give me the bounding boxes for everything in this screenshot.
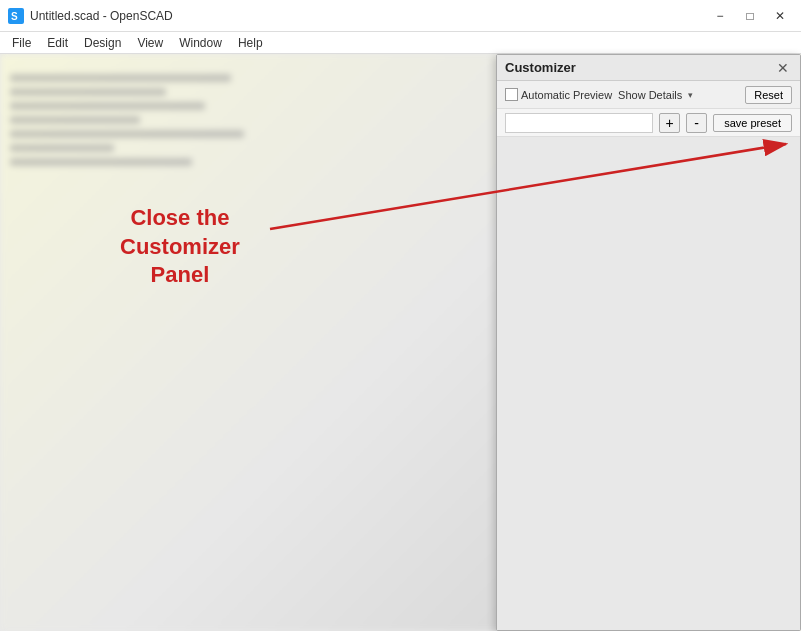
show-details-dropdown-icon[interactable]: ▾ bbox=[688, 90, 693, 100]
editor-line bbox=[10, 88, 166, 96]
preset-input[interactable] bbox=[505, 113, 653, 133]
menu-window[interactable]: Window bbox=[171, 34, 230, 52]
editor-line bbox=[10, 116, 140, 124]
app-icon: S bbox=[8, 8, 24, 24]
menu-file[interactable]: File bbox=[4, 34, 39, 52]
window-close-button[interactable]: ✕ bbox=[767, 6, 793, 26]
main-content: Close the Customizer Panel Customizer ✕ … bbox=[0, 54, 801, 631]
auto-preview-checkbox[interactable] bbox=[505, 88, 518, 101]
minimize-button[interactable]: − bbox=[707, 6, 733, 26]
editor-lines bbox=[10, 74, 270, 172]
menu-view[interactable]: View bbox=[129, 34, 171, 52]
editor-line bbox=[10, 158, 192, 166]
reset-button[interactable]: Reset bbox=[745, 86, 792, 104]
editor-line bbox=[10, 130, 244, 138]
menu-edit[interactable]: Edit bbox=[39, 34, 76, 52]
customizer-close-button[interactable]: ✕ bbox=[774, 59, 792, 77]
customizer-body bbox=[497, 137, 800, 630]
title-bar-controls: − □ ✕ bbox=[707, 6, 793, 26]
menu-help[interactable]: Help bbox=[230, 34, 271, 52]
svg-text:S: S bbox=[11, 11, 18, 22]
customizer-panel: Customizer ✕ Automatic Preview Show Deta… bbox=[496, 54, 801, 631]
auto-preview-container: Automatic Preview bbox=[505, 88, 612, 101]
add-preset-button[interactable]: + bbox=[659, 113, 680, 133]
editor-line bbox=[10, 74, 231, 82]
customizer-title: Customizer bbox=[505, 60, 576, 75]
auto-preview-label: Automatic Preview bbox=[521, 89, 612, 101]
editor-line bbox=[10, 102, 205, 110]
window-title: Untitled.scad - OpenSCAD bbox=[30, 9, 173, 23]
save-preset-button[interactable]: save preset bbox=[713, 114, 792, 132]
menu-design[interactable]: Design bbox=[76, 34, 129, 52]
show-details-label[interactable]: Show Details bbox=[618, 89, 682, 101]
customizer-preset-bar: + - save preset bbox=[497, 109, 800, 137]
title-bar-left: S Untitled.scad - OpenSCAD bbox=[8, 8, 173, 24]
remove-preset-button[interactable]: - bbox=[686, 113, 707, 133]
editor-line bbox=[10, 144, 114, 152]
title-bar: S Untitled.scad - OpenSCAD − □ ✕ bbox=[0, 0, 801, 32]
customizer-toolbar: Automatic Preview Show Details ▾ Reset bbox=[497, 81, 800, 109]
menu-bar: File Edit Design View Window Help bbox=[0, 32, 801, 54]
customizer-title-bar: Customizer ✕ bbox=[497, 55, 800, 81]
maximize-button[interactable]: □ bbox=[737, 6, 763, 26]
